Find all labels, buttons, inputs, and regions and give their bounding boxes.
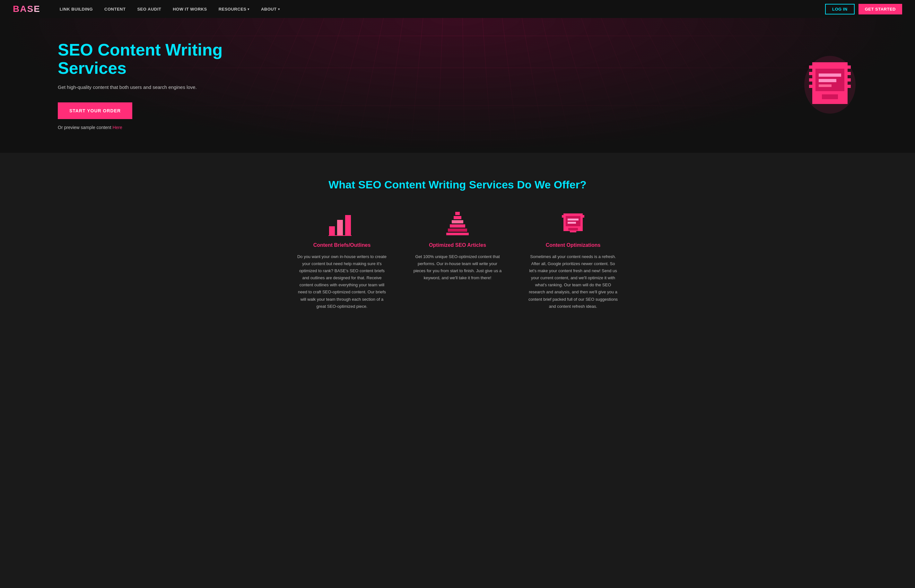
content-optimizations-icon — [528, 210, 618, 236]
svg-point-15 — [804, 56, 855, 114]
hero-subtitle: Get high-quality content that both users… — [58, 84, 231, 91]
svg-rect-33 — [570, 231, 576, 233]
svg-rect-16 — [329, 226, 335, 235]
svg-rect-25 — [446, 233, 469, 235]
service-desc-content-briefs: Do you want your own in-house writers to… — [297, 253, 387, 310]
svg-rect-20 — [455, 212, 460, 215]
nav-link-content[interactable]: CONTENT — [104, 7, 126, 11]
navbar: BASE LINK BUILDING CONTENT SEO AUDIT HOW… — [0, 0, 915, 18]
preview-sample-link[interactable]: Here — [112, 125, 122, 130]
hero-title: SEO Content Writing Services — [58, 41, 231, 78]
pixel-computer-icon — [803, 53, 857, 117]
site-logo[interactable]: BASE — [13, 4, 40, 14]
nav-link-about[interactable]: ABOUT ▾ — [261, 7, 280, 11]
svg-rect-24 — [448, 229, 467, 232]
svg-rect-18 — [345, 215, 351, 235]
service-card-content-briefs: Content Briefs/Outlines Do you want your… — [297, 210, 387, 310]
pyramid-icon — [445, 210, 470, 236]
content-briefs-icon — [297, 210, 387, 236]
svg-rect-30 — [567, 218, 579, 221]
hero-content: SEO Content Writing Services Get high-qu… — [58, 41, 231, 130]
svg-rect-31 — [567, 222, 576, 224]
nav-link-how-it-works[interactable]: HOW IT WORKS — [173, 7, 207, 11]
svg-rect-32 — [568, 228, 578, 231]
login-button[interactable]: LOG IN — [825, 4, 855, 15]
service-card-optimized-articles: Optimized SEO Articles Get 100% unique S… — [412, 210, 503, 310]
hero-preview-text: Or preview sample content Here — [58, 125, 231, 130]
monitor-icon — [559, 210, 587, 236]
nav-link-building[interactable]: LINK BUILDING — [60, 7, 93, 11]
services-section: What SEO Content Writing Services Do We … — [0, 153, 915, 329]
get-started-button[interactable]: GET STARTED — [858, 4, 902, 15]
nav-link-seo-audit[interactable]: SEO AUDIT — [137, 7, 161, 11]
chevron-down-icon: ▾ — [278, 7, 280, 11]
nav-link-resources[interactable]: RESOURCES ▾ — [219, 7, 249, 11]
svg-rect-29 — [566, 216, 580, 226]
service-name-optimized-articles: Optimized SEO Articles — [412, 242, 503, 248]
service-name-content-briefs: Content Briefs/Outlines — [297, 242, 387, 248]
service-desc-content-optimizations: Sometimes all your content needs is a re… — [528, 253, 618, 310]
service-card-content-optimizations: Content Optimizations Sometimes all your… — [528, 210, 618, 310]
svg-rect-22 — [452, 220, 463, 223]
svg-rect-17 — [337, 220, 343, 235]
services-title: What SEO Content Writing Services Do We … — [26, 178, 889, 191]
hero-illustration — [803, 53, 857, 118]
optimized-articles-icon — [412, 210, 503, 236]
svg-rect-19 — [328, 235, 352, 236]
bar-chart-icon — [328, 210, 356, 236]
service-name-content-optimizations: Content Optimizations — [528, 242, 618, 248]
svg-rect-28 — [582, 215, 584, 218]
service-desc-optimized-articles: Get 100% unique SEO-optimized content th… — [412, 253, 503, 281]
start-order-button[interactable]: START YOUR ORDER — [58, 102, 132, 119]
svg-rect-27 — [562, 215, 564, 218]
nav-actions: LOG IN GET STARTED — [825, 4, 902, 15]
services-grid: Content Briefs/Outlines Do you want your… — [26, 210, 889, 310]
nav-links: LINK BUILDING CONTENT SEO AUDIT HOW IT W… — [60, 7, 825, 11]
svg-rect-23 — [450, 225, 465, 228]
svg-rect-21 — [454, 216, 461, 219]
hero-section: SEO Content Writing Services Get high-qu… — [0, 18, 915, 153]
chevron-down-icon: ▾ — [247, 7, 249, 11]
